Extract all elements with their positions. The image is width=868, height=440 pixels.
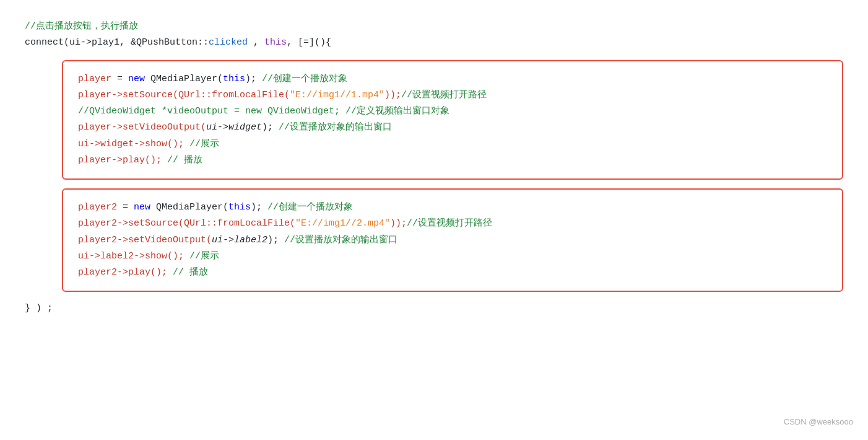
box1-line3: //QVideoWidget *videoOutput = new QVideo… [78,103,827,120]
b2l1-new: new [134,202,150,213]
b1l4-setvideo: player->setVideoOutput( [78,122,206,133]
b2l5-comment: // 播放 [173,267,208,278]
b1l1-new: new [128,74,145,84]
watermark: CSDN @weeksooo [784,416,853,429]
box2-line3: player2->setVideoOutput(ui->label2); //设… [78,232,827,249]
b2l4-show: ui->label2->show(); [78,251,189,262]
box1-line4: player->setVideoOutput(ui->widget); //设置… [78,120,827,136]
b2l2-string: "E://img1//2.mp4" [295,218,390,229]
b1l1-eq: = [111,74,128,84]
clicked-text: clicked [209,37,248,48]
box2-line4: ui->label2->show(); //展示 [78,249,827,265]
b1l1-player: player [78,74,111,84]
connect-rest: , [=](){ [287,37,331,48]
b1l1-comment: //创建一个播放对象 [262,74,347,84]
b2l3-close: ); [267,235,284,245]
b2l4-comment: //展示 [189,251,219,262]
box2-line2: player2->setSource(QUrl::fromLocalFile("… [78,216,827,232]
comment-title-line: //点击播放按钮，执行播放 [25,19,843,35]
b1l3-comment: //QVideoWidget *videoOutput = new QVideo… [78,106,449,117]
box2-line5: player2->play(); // 播放 [78,265,827,281]
b2l1-player: player2 [78,202,117,213]
b2l2-comment: //设置视频打开路径 [407,218,492,229]
b1l4-comment: //设置播放对象的输出窗口 [279,122,392,133]
b2l1-eq: = [117,202,134,213]
box1-line2: player->setSource(QUrl::fromLocalFile("E… [78,87,827,103]
b2l3-setvideo: player2->setVideoOutput( [78,235,212,245]
b2l1-this: this [228,202,251,213]
b2l1-close: ); [251,202,267,213]
b2l1-comment: //创建一个播放对象 [267,202,353,213]
b1l2-string: "E://img1//1.mp4" [290,90,384,100]
b1l1-close: ); [245,74,262,84]
b1l4-widget: ui->widget [206,122,262,133]
box1-line1: player = new QMediaPlayer(this); //创建一个播… [78,71,827,87]
b1l6-comment: // 播放 [167,155,202,165]
b1l5-comment: //展示 [189,139,219,149]
connect-mid: , [248,37,264,48]
b1l1-qmedia: QMediaPlayer( [145,74,223,84]
code-box-1: player = new QMediaPlayer(this); //创建一个播… [62,60,843,180]
code-container: //点击播放按钮，执行播放 connect(ui->play1, &QPushB… [25,19,843,317]
b2l3-comment: //设置播放对象的输出窗口 [284,235,397,245]
box1-line6: player->play(); // 播放 [78,152,827,169]
code-box-2: player2 = new QMediaPlayer(this); //创建一个… [62,188,843,292]
b1l1-this: this [223,74,245,84]
box1-line5: ui->widget->show(); //展示 [78,136,827,152]
closing-line: } ) ; [25,301,843,317]
b1l2-code: player->setSource(QUrl::fromLocalFile( [78,90,290,100]
b1l2-comment: //设置视频打开路径 [401,90,487,100]
b1l5-show: ui->widget->show(); [78,139,189,149]
b2l1-qmedia: QMediaPlayer( [150,202,228,213]
b2l2-code: player2->setSource(QUrl::fromLocalFile( [78,218,295,229]
b2l5-play: player2->play(); [78,267,173,278]
b1l4-close: ); [262,122,279,133]
comment-title: //点击播放按钮，执行播放 [25,21,138,32]
connect-prefix: connect(ui->play1, &QPushButton:: [25,37,209,48]
b2l2-close: )); [390,218,407,229]
b1l2-close: )); [384,90,401,100]
this-keyword: this [264,37,287,48]
connect-line: connect(ui->play1, &QPushButton::clicked… [25,35,843,51]
b2l3-label: ui->label2 [212,235,267,245]
closing-text: } ) ; [25,303,53,314]
box2-line1: player2 = new QMediaPlayer(this); //创建一个… [78,200,827,216]
b1l6-play: player->play(); [78,155,167,165]
